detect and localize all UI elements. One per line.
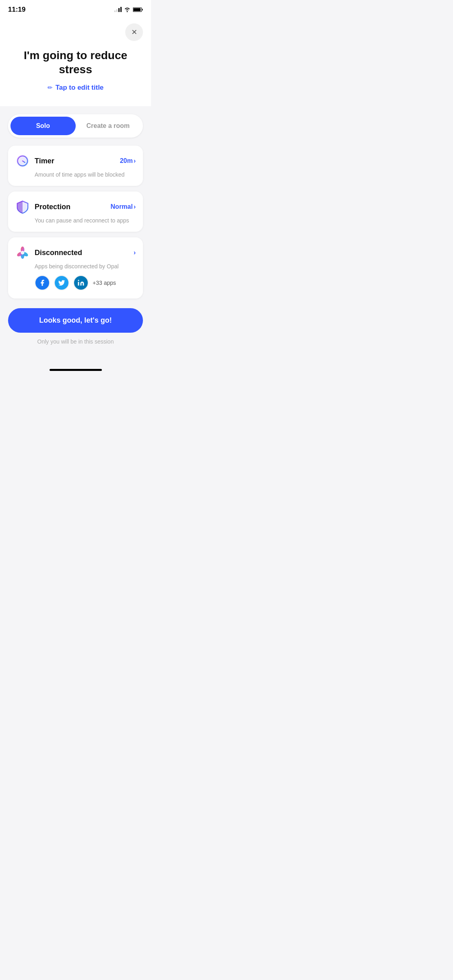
session-type-toggle: Solo Create a room (8, 114, 143, 138)
apps-row: +33 apps (35, 275, 136, 290)
protection-value: Normal (111, 203, 133, 210)
svg-rect-2 (142, 9, 143, 10)
facebook-badge (35, 275, 50, 290)
disconnected-chevron-btn[interactable]: › (134, 249, 136, 256)
protection-subtitle: You can pause and reconnect to apps (35, 217, 136, 224)
apps-count: +33 apps (93, 280, 116, 286)
create-room-tab[interactable]: Create a room (76, 117, 141, 135)
twitter-badge (54, 275, 69, 290)
main-content: Solo Create a room (0, 114, 151, 361)
protection-card-header: Protection Normal › (15, 200, 136, 214)
disconnected-card-header: Disconnected › (15, 245, 136, 260)
close-icon: ✕ (131, 28, 137, 37)
protection-card-left: Protection (15, 200, 70, 214)
svg-point-12 (78, 280, 79, 281)
linkedin-badge (73, 275, 89, 290)
status-icons (114, 7, 143, 12)
timer-value-button[interactable]: 20m › (120, 157, 136, 165)
timer-value: 20m (120, 157, 133, 165)
protection-title: Protection (35, 203, 70, 211)
timer-icon (15, 154, 30, 168)
start-session-button[interactable]: Looks good, let's go! (8, 308, 143, 333)
timer-card-header: Timer 20m › (15, 154, 136, 168)
wifi-icon (124, 7, 130, 12)
disconnected-chevron: › (134, 249, 136, 256)
edit-title-label: Tap to edit title (56, 84, 104, 92)
close-row: ✕ (0, 17, 151, 44)
timer-subtitle: Amount of time apps will be blocked (35, 171, 136, 178)
timer-card[interactable]: Timer 20m › Amount of time apps will be … (8, 146, 143, 186)
svg-rect-1 (133, 8, 141, 11)
status-bar: 11:19 (0, 0, 151, 17)
cta-subtext: Only you will be in this session (8, 338, 143, 345)
protection-card[interactable]: Protection Normal › You can pause and re… (8, 191, 143, 232)
svg-point-11 (21, 251, 25, 255)
cta-section: Looks good, let's go! Only you will be i… (8, 308, 143, 345)
page-title: I'm going to reduce stress (8, 48, 143, 76)
timer-chevron: › (134, 157, 136, 165)
home-bar (50, 369, 102, 371)
disconnected-subtitle: Apps being disconnected by Opal (35, 263, 136, 270)
linkedin-icon (77, 279, 85, 286)
timer-card-left: Timer (15, 154, 54, 168)
signal-icon (114, 7, 122, 12)
protection-icon (15, 200, 30, 214)
protection-value-button[interactable]: Normal › (111, 203, 136, 210)
protection-chevron: › (134, 203, 136, 210)
solo-tab[interactable]: Solo (10, 117, 76, 135)
disconnected-icon (15, 245, 30, 260)
disconnected-title: Disconnected (35, 249, 82, 257)
twitter-icon (58, 279, 65, 286)
disconnected-card-left: Disconnected (15, 245, 82, 260)
battery-icon (133, 7, 143, 12)
edit-title-button[interactable]: ✏ Tap to edit title (8, 84, 143, 92)
disconnected-card[interactable]: Disconnected › Apps being disconnected b… (8, 237, 143, 299)
home-indicator (0, 361, 151, 375)
facebook-icon (39, 279, 46, 286)
pencil-icon: ✏ (48, 84, 53, 91)
timer-title: Timer (35, 157, 54, 165)
close-button[interactable]: ✕ (125, 23, 143, 41)
status-time: 11:19 (8, 6, 25, 14)
header-section: I'm going to reduce stress ✏ Tap to edit… (0, 44, 151, 106)
